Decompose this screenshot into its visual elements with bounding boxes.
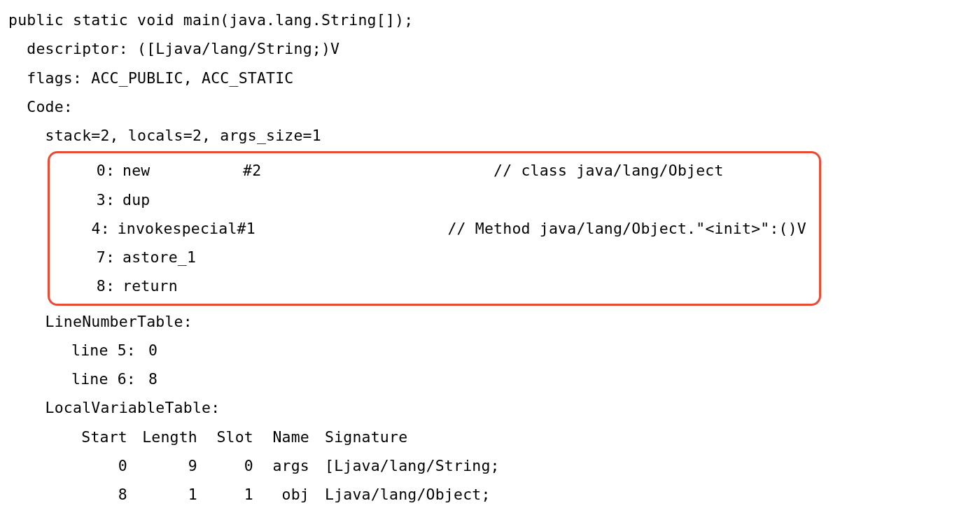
instr-comment [493, 185, 806, 214]
descriptor-line: descriptor: ([Ljava/lang/String;)V [8, 34, 972, 63]
instr-arg [243, 243, 493, 271]
lvt-length: 1 [127, 480, 197, 509]
bytecode-instruction: 4: invokespecial#1// Method java/lang/Ob… [74, 214, 806, 243]
lvt-header-length: Length [127, 423, 197, 451]
instr-comment: // class java/lang/Object [493, 156, 806, 185]
lnt-label: line 6: [71, 365, 148, 393]
instr-opcode: new [122, 156, 243, 185]
instr-offset: 8 [74, 271, 106, 300]
flags-value: ACC_PUBLIC, ACC_STATIC [91, 69, 293, 87]
instr-arg: #1 [237, 214, 448, 243]
lvt-start: 8 [71, 480, 127, 509]
instr-offset: 4 [74, 214, 101, 243]
line-number-table-label: LineNumberTable: [8, 307, 972, 336]
lvt-slot: 0 [197, 451, 253, 480]
stack-line: stack=2, locals=2, args_size=1 [8, 121, 972, 150]
lnt-value: 8 [148, 365, 158, 393]
flags-label: flags: [27, 69, 82, 87]
bytecode-highlight-box: 0: new#2// class java/lang/Object 3: dup… [48, 151, 821, 305]
instr-arg [243, 185, 493, 214]
local-variable-table-row: 8 1 1 obj Ljava/lang/Object; [8, 480, 972, 509]
lvt-header-sig: Signature [309, 423, 407, 451]
instr-opcode: invokespecial [118, 214, 237, 243]
lnt-value: 0 [148, 336, 158, 365]
lvt-length: 9 [127, 451, 197, 480]
local-variable-table-header: Start Length Slot Name Signature [8, 423, 972, 451]
instr-comment [493, 271, 806, 300]
instr-offset: 7 [74, 243, 106, 271]
bytecode-instruction: 0: new#2// class java/lang/Object [74, 156, 806, 185]
instr-offset: 3 [74, 185, 106, 214]
lvt-name: obj [253, 480, 309, 509]
descriptor-value: ([Ljava/lang/String;)V [137, 40, 340, 57]
lvt-name: args [253, 451, 309, 480]
instr-comment: // Method java/lang/Object."<init>":()V [447, 214, 806, 243]
bytecode-instruction: 8: return [74, 271, 806, 300]
lvt-header-name: Name [253, 423, 309, 451]
lvt-start: 0 [71, 451, 127, 480]
lvt-header-slot: Slot [197, 423, 253, 451]
bytecode-instruction: 3: dup [74, 185, 806, 214]
flags-line: flags: ACC_PUBLIC, ACC_STATIC [8, 64, 972, 92]
local-variable-table-row: 0 9 0 args [Ljava/lang/String; [8, 451, 972, 480]
method-signature: public static void main(java.lang.String… [8, 6, 972, 34]
instr-opcode: return [122, 271, 243, 300]
instr-opcode: dup [122, 185, 243, 214]
line-number-table-row: line 5:0 [8, 336, 972, 365]
instr-offset: 0 [74, 156, 106, 185]
lvt-header-start: Start [71, 423, 127, 451]
lvt-sig: [Ljava/lang/String; [309, 451, 500, 480]
lnt-label: line 5: [71, 336, 148, 365]
local-variable-table-label: LocalVariableTable: [8, 393, 972, 422]
lvt-slot: 1 [197, 480, 253, 509]
instr-opcode: astore_1 [122, 243, 243, 271]
descriptor-label: descriptor: [27, 40, 128, 57]
lvt-sig: Ljava/lang/Object; [309, 480, 491, 509]
code-label: Code: [8, 92, 972, 121]
instr-arg: #2 [243, 156, 493, 185]
line-number-table-row: line 6:8 [8, 365, 972, 393]
bytecode-instruction: 7: astore_1 [74, 243, 806, 271]
instr-comment [493, 243, 806, 271]
instr-arg [243, 271, 493, 300]
